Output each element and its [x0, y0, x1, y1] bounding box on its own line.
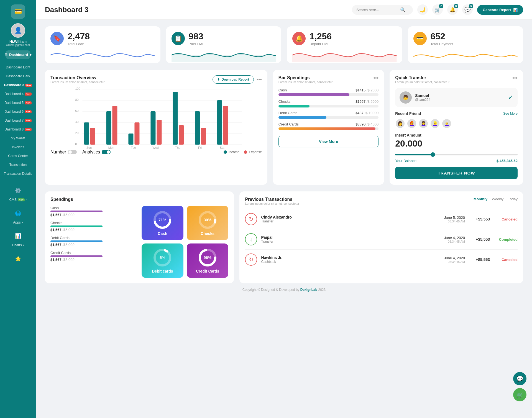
donut-chart-cash: 71% [153, 210, 172, 230]
friend-avatar-3[interactable]: 👩‍🦱 [418, 119, 428, 129]
total-payment-icon: 💳 [413, 32, 427, 45]
svg-text:Tue: Tue [131, 146, 136, 149]
donut-debit: 5% Debit cards [142, 243, 183, 278]
friend-avatar-1[interactable]: 👩 [395, 119, 405, 129]
footer-brand-link[interactable]: DexignLab [300, 288, 317, 292]
svg-text:40: 40 [75, 120, 78, 124]
wave-2 [172, 48, 276, 62]
svg-text:71%: 71% [158, 218, 167, 222]
quick-transfer-more-button[interactable]: ••• [512, 75, 518, 81]
svg-text:Sun: Sun [86, 146, 92, 149]
sidebar-item-dashboard-dark[interactable]: Dashboard Dark [0, 72, 36, 81]
sidebar-item-transaction[interactable]: Transaction [0, 160, 36, 169]
avatar: 👤 [11, 23, 25, 38]
download-report-button[interactable]: ⬇ Download Report [213, 75, 254, 84]
sidebar-item-invoices[interactable]: Invoices [0, 143, 36, 152]
tx-status-1: Canceled [498, 217, 518, 221]
sidebar-item-transaction-details[interactable]: Transaction Details [0, 169, 36, 178]
content: 🔖 2,478 Total Loan 📋 983 Paid EMI [36, 20, 532, 303]
spendings-title: Spendings [50, 197, 228, 202]
friend-avatar-4[interactable]: 👱‍♀️ [430, 119, 440, 129]
moon-btn[interactable]: 🌙 [417, 4, 428, 15]
message-badge: 5 [469, 4, 473, 8]
cart-badge: 2 [439, 4, 443, 8]
spending-items: Cash $1,567 /$5,000 Checks $1,567 /$5,00… [50, 206, 137, 278]
support-fab[interactable]: 💬 [513, 372, 526, 385]
prev-tx-sub: Lorem ipsum dolor sit amet, consectetur [245, 202, 299, 205]
unpaid-emi-label: Unpaid EMI [310, 42, 332, 46]
see-more-button[interactable]: See More [503, 112, 518, 116]
apps-btn[interactable]: 🌐 [12, 207, 24, 219]
svg-rect-25 [150, 111, 155, 145]
number-toggle[interactable] [68, 150, 77, 154]
svg-text:Thu: Thu [175, 146, 180, 149]
new-badge: New [25, 101, 31, 104]
tx-icon-1: ↻ [245, 213, 257, 225]
search-input[interactable] [356, 8, 398, 12]
cms-btn[interactable]: ⚙️ [12, 184, 24, 197]
grid-icon: ⊞ [4, 53, 7, 57]
sidebar-section-charts: 📊 Charts › [0, 227, 36, 250]
amount-slider[interactable] [395, 154, 518, 155]
unpaid-emi-icon: 🔔 [292, 32, 306, 45]
donut-chart-credit: 96% [198, 248, 217, 267]
tab-weekly[interactable]: Weekly [492, 197, 503, 202]
sidebar-item-dashboard-4[interactable]: Dashboard 4 New [0, 89, 36, 98]
main-content: Dashboard 3 🔍 🌙 🛒 2 🔔 12 💬 5 Generate Re… [36, 0, 532, 418]
tab-today[interactable]: Today [508, 197, 518, 202]
cart-fab[interactable]: 🛒 [513, 388, 526, 401]
transfer-user-name: Samuel [415, 93, 430, 98]
message-btn[interactable]: 💬 5 [462, 4, 473, 15]
sidebar-item-dashboard-5[interactable]: Dashboard 5 New [0, 98, 36, 107]
sidebar-item-cards-center[interactable]: Cards Center [0, 152, 36, 160]
star-btn[interactable]: ⭐ [12, 253, 24, 265]
tx-name-1: Cindy Alexandro [261, 215, 292, 219]
charts-btn[interactable]: 📊 [12, 230, 24, 242]
wave-4 [413, 48, 518, 62]
cms-label: CMS [9, 198, 17, 202]
friend-avatar-5[interactable]: 👩‍🦳 [442, 119, 452, 129]
svg-text:20: 20 [75, 131, 78, 135]
footer: Copyright © Designed & Developed by Dexi… [45, 283, 523, 296]
cart-btn[interactable]: 🛒 2 [432, 4, 443, 15]
friend-avatar-2[interactable]: 👩‍🦰 [407, 119, 417, 129]
bell-btn[interactable]: 🔔 12 [447, 4, 458, 15]
sidebar-logo[interactable]: 💳 [11, 4, 25, 19]
svg-text:Sat: Sat [220, 146, 224, 149]
recent-friend-label: Recent Friend [395, 111, 421, 116]
sidebar-item-dashboard-8[interactable]: Dashboard 8 New [0, 125, 36, 134]
total-loan-label: Total Loan [68, 42, 90, 46]
svg-rect-30 [201, 128, 206, 145]
total-loan-icon: 🔖 [50, 32, 64, 45]
spending-row-debit: Debit Cards $487 /$ 10000 [278, 111, 378, 119]
prev-tx-tabs: Monthly Weekly Today [474, 197, 518, 202]
transfer-now-button[interactable]: TRANSFER NOW [395, 167, 518, 179]
analytics-toggle[interactable] [102, 150, 111, 154]
new-badge: New [25, 128, 31, 131]
bell-badge: 12 [454, 4, 458, 8]
spending-item-debit: Debit Cards $1,567 /$5,000 [50, 236, 137, 247]
spending-row-checks: Checks $1567 /$ 5000 [278, 99, 378, 107]
sidebar-item-dashboard-light[interactable]: Dashboard Light [0, 63, 36, 72]
total-payment-value: 652 [431, 32, 453, 41]
more-options-button[interactable]: ••• [257, 77, 262, 83]
svg-rect-19 [84, 122, 89, 145]
svg-text:Wed: Wed [152, 146, 158, 149]
total-loan-value: 2,478 [68, 32, 90, 41]
arrow-icon: › [22, 220, 23, 224]
generate-report-button[interactable]: Generate Report 📊 [477, 5, 523, 15]
sidebar-item-my-wallet[interactable]: My Wallet [0, 134, 36, 143]
tab-monthly[interactable]: Monthly [474, 197, 487, 202]
sidebar-item-dashboard-6[interactable]: Dashboard 6 New [0, 107, 36, 116]
view-more-button[interactable]: View More [278, 136, 378, 147]
donut-cards: 71% Cash 30% Checks [142, 206, 228, 278]
sidebar-item-dashboard-3[interactable]: Dashboard 3 New [0, 81, 36, 89]
bar-spendings-card: Bar Spendings Lorem ipsum dolor sit amet… [273, 70, 384, 185]
dashboard-btn[interactable]: ⊞ Dashboard ▾ [6, 50, 30, 59]
bar-spendings-more-button[interactable]: ••• [373, 75, 378, 81]
spendings-card: Spendings Cash $1,567 /$5,000 Checks $1,… [45, 191, 234, 283]
balance-value: $ 456,345.62 [497, 159, 518, 163]
balance-label: Your Balance [395, 159, 416, 163]
quick-transfer-sub: Lorem ipsum dolor sit amet, consectetur [395, 80, 449, 84]
sidebar-item-dashboard-7[interactable]: Dashboard 7 New [0, 116, 36, 125]
